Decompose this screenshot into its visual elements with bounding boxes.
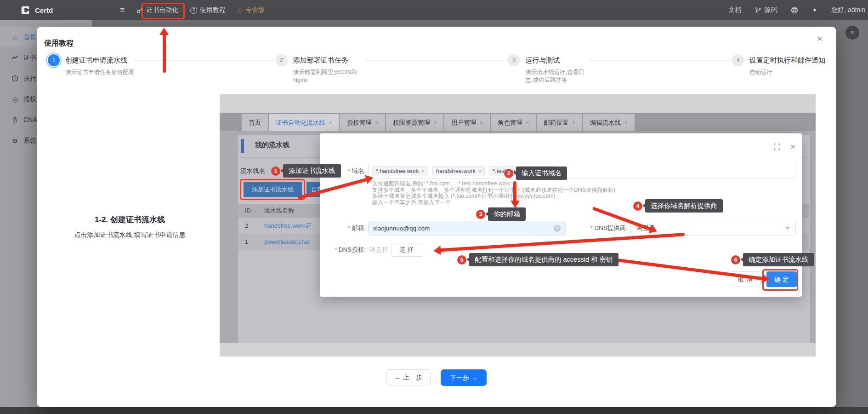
tab-edit-pipeline[interactable]: 编辑流水线× — [583, 114, 635, 131]
demo-bottom-band — [220, 343, 816, 356]
step-4-number: 4 — [732, 54, 744, 66]
globe-icon[interactable] — [791, 6, 798, 14]
nav-docs-link[interactable]: 文档 — [728, 6, 741, 14]
chevron-down-icon — [785, 227, 790, 230]
tab-user-mgmt[interactable]: 用户管理× — [444, 114, 489, 131]
fullscreen-icon[interactable] — [774, 144, 780, 150]
step-4-desc: 自动运行 — [749, 69, 825, 76]
tab-home[interactable]: 首页 — [242, 114, 268, 131]
prev-step-button[interactable]: ← 上一步 — [386, 369, 431, 385]
certd-app: Certd ≡ 证书自动化 ? 使用教程 ◇ 专业版 文档 源码 ✦ — [0, 0, 868, 414]
brand-name: Certd — [35, 6, 53, 14]
gear-icon: ⚙ — [11, 137, 19, 144]
steps-bar: 1 创建证书申请流水线 演示证书申请任务如何配置 2 添加部署证书任务 演示部署… — [48, 53, 825, 84]
dialog-close-icon[interactable]: × — [790, 142, 795, 152]
home-icon: ⌂ — [11, 34, 19, 41]
step-3: 3 运行与测试 演示流水线运行,查看日志,成功后跳过等 — [508, 53, 590, 84]
tab-role-mgmt[interactable]: 角色管理× — [491, 114, 536, 131]
next-step-button[interactable]: 下一步 → — [441, 369, 487, 386]
add-pipeline-button[interactable]: 添加证书流水线 — [244, 182, 302, 197]
nav-item-cert-automation[interactable]: 证书自动化 — [136, 6, 178, 14]
pipeline-name-filter-label: 流水线名 — [240, 167, 265, 175]
nav-source-link[interactable]: 源码 — [755, 6, 777, 14]
panel-accent-bar — [241, 139, 244, 153]
menu-fold-icon[interactable]: ≡ — [120, 6, 125, 15]
tab-cert-pipeline[interactable]: 证书自动化流水线× — [269, 114, 339, 131]
brand[interactable]: Certd — [20, 5, 53, 15]
tab-close-icon: × — [526, 114, 529, 131]
sparkles-icon[interactable]: ✦ — [812, 6, 817, 14]
nav-cert-label: 证书自动化 — [146, 6, 178, 14]
clock-icon — [11, 75, 19, 82]
step-2-title: 添加部署证书任务 — [293, 53, 367, 65]
nav-source-label: 源码 — [764, 6, 777, 14]
cell-id: 1 — [238, 234, 264, 250]
domain-tag[interactable]: *.test.handsfree.work× — [489, 166, 556, 176]
git-branch-icon — [755, 7, 761, 14]
tab-mail-settings[interactable]: 邮箱设置× — [537, 114, 582, 131]
tab-perm-mgmt[interactable]: 权限资源管理× — [386, 114, 443, 131]
demo-top-band — [220, 94, 816, 113]
cancel-button[interactable]: 取 消 — [730, 271, 761, 287]
clear-icon[interactable]: × — [554, 225, 561, 232]
email-field-row: *邮箱: xiaojunnuo@qq.com × *DNS提供商: 阿里云 — [320, 221, 798, 236]
cell-id: 2 — [238, 218, 264, 234]
step-2: 2 添加部署证书任务 演示部署到阿里云CDN和Nginx — [276, 53, 367, 84]
confirm-button[interactable]: 确 定 — [766, 271, 797, 287]
email-value: xiaojunnuo@qq.com — [373, 225, 430, 232]
tab-close-icon: × — [480, 114, 482, 131]
certd-logo-icon — [20, 5, 30, 15]
tag-remove-icon[interactable]: × — [550, 168, 552, 174]
top-navbar: Certd ≡ 证书自动化 ? 使用教程 ◇ 专业版 文档 源码 ✦ — [0, 0, 868, 20]
nav-tutorial-label: 使用教程 — [200, 6, 226, 14]
dns-provider-select[interactable]: 阿里云 — [630, 221, 796, 236]
tour-close-fab[interactable]: × — [845, 26, 859, 40]
tag-remove-icon[interactable]: × — [478, 168, 481, 174]
dns-auth-label: *DNS授权: — [320, 246, 366, 254]
target-icon: ◎ — [11, 96, 19, 103]
nav-item-pro[interactable]: ◇ 专业版 — [238, 6, 265, 14]
step-3-title: 运行与测试 — [525, 53, 590, 65]
domain-help-text: 支持通配符域名,例如: *.foo.com 、 *.test.handsfree… — [372, 181, 615, 206]
tutorial-modal: 使用教程 × 1 创建证书申请流水线 演示证书申请任务如何配置 2 添加部署证书… — [37, 27, 836, 407]
step-4: 4 设置定时执行和邮件通知 自动运行 — [732, 53, 825, 76]
domain-label: *域名: — [320, 167, 366, 175]
tab-auth-mgmt[interactable]: 授权管理× — [340, 114, 385, 131]
step-1-title: 创建证书申请流水线 — [65, 53, 134, 65]
col-id: ID — [238, 204, 264, 218]
choose-button[interactable]: 选 择 — [391, 243, 422, 257]
demo-screenshot: 首页 证书自动化流水线× 授权管理× 权限资源管理× 用户管理× 角色管理× 邮… — [220, 94, 816, 356]
dns-provider-value: 阿里云 — [636, 224, 655, 232]
dns-provider-label: *DNS提供商: — [570, 224, 628, 232]
tab-close-icon: × — [375, 114, 378, 131]
trend-icon — [11, 54, 19, 61]
step-1: 1 创建证书申请流水线 演示证书申请任务如何配置 — [48, 53, 134, 76]
modal-title: 使用教程 — [44, 39, 74, 48]
nav-pro-label: 专业版 — [245, 6, 265, 14]
tag-remove-icon[interactable]: × — [422, 168, 425, 174]
sidebar-label: 首页 — [23, 33, 36, 41]
domain-tag-input[interactable]: *.handsfree.work× handsfree.work× *.test… — [368, 164, 795, 178]
step-2-number: 2 — [276, 54, 288, 66]
tab-close-icon: × — [572, 114, 575, 131]
step-1-number: 1 — [48, 54, 60, 66]
email-field[interactable]: xiaojunnuo@qq.com × — [368, 221, 566, 236]
email-label: *邮箱: — [320, 224, 366, 232]
tag-icon: ◇ — [238, 6, 243, 14]
step-3-desc: 演示流水线运行,查看日志,成功后跳过等 — [525, 69, 590, 84]
domain-tag[interactable]: *.handsfree.work× — [372, 166, 428, 176]
nav-item-tutorial[interactable]: ? 使用教程 — [190, 6, 226, 14]
step-1-desc: 演示证书申请任务如何配置 — [65, 69, 134, 76]
step-3-number: 3 — [508, 54, 520, 66]
step-2-desc: 演示部署到阿里云CDN和Nginx — [293, 69, 367, 84]
modal-close-icon[interactable]: × — [817, 33, 823, 44]
user-greeting[interactable]: 您好, admin — [831, 6, 865, 14]
dns-auth-field-row: *DNS授权: 请选择 选 择 — [320, 243, 596, 257]
domain-tag[interactable]: handsfree.work× — [432, 166, 485, 176]
step-4-title: 设置定时执行和邮件通知 — [749, 53, 825, 65]
dimmed-bottom-strip — [0, 407, 868, 414]
step-connector — [367, 60, 508, 61]
add-pipeline-dialog: × *域名: *.handsfree.work× handsfree.work×… — [320, 133, 802, 297]
section-title: 1-2. 创建证书流水线 — [51, 214, 209, 225]
tab-close-icon: × — [329, 114, 332, 131]
